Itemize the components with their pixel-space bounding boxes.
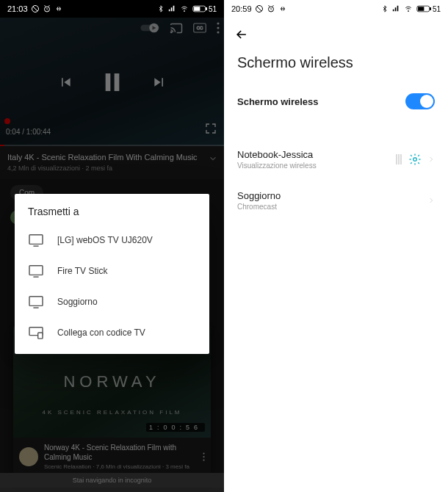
left-content: CC 0:04 / 1:00:44 Italy 4K - Scenic Rela… [0, 18, 224, 492]
battery-percent: 51 [209, 5, 217, 13]
signal-icon [167, 5, 176, 12]
device-name: Notebook-Jessica [237, 149, 395, 160]
tv-icon [28, 234, 44, 247]
toggle-label: Schermo wireless [237, 96, 405, 107]
bluetooth-icon [157, 4, 165, 13]
tv-icon [28, 264, 44, 278]
toggle-switch[interactable] [405, 93, 435, 109]
cast-target-label: Collega con codice TV [57, 328, 145, 338]
bluetooth-icon [381, 4, 389, 13]
signal-icon [391, 5, 400, 12]
alarm-icon [267, 4, 275, 13]
wireless-toggle-row[interactable]: Schermo wireless [224, 83, 448, 120]
cast-target-label: Fire TV Stick [57, 266, 107, 276]
alarm-icon [43, 4, 51, 13]
svg-point-2 [184, 11, 184, 12]
device-sub: Chromecast [237, 203, 427, 211]
battery-icon [416, 5, 431, 12]
battery-percent: 51 [433, 5, 441, 13]
wifi-icon [403, 5, 413, 12]
svg-rect-4 [206, 7, 207, 10]
cast-target-row[interactable]: Soggiorno [15, 286, 209, 317]
cast-target-row[interactable]: [LG] webOS TV UJ620V [15, 225, 209, 256]
tv-icon [28, 295, 44, 308]
page-title: Schermo wireless [224, 51, 448, 83]
svg-rect-28 [430, 7, 431, 10]
chevron-right-icon [427, 154, 435, 164]
cast-target-row[interactable]: Fire TV Stick [15, 256, 209, 286]
device-sub: Visualizzazione wireless [237, 162, 395, 170]
chevron-right-icon [427, 195, 435, 206]
dnd-icon [31, 4, 40, 13]
gear-icon[interactable] [408, 153, 422, 166]
status-bar-right: 20:59 51 [224, 0, 448, 18]
cast-target-row[interactable]: Collega con codice TV [15, 317, 209, 348]
device-name: Soggiorno [237, 190, 427, 201]
tv-code-icon [28, 326, 44, 339]
settings-header [224, 18, 448, 51]
link-icon [278, 4, 287, 13]
wifi-icon [179, 5, 189, 12]
settings-pane: 20:59 51 Schermo wireless Schermo wirele… [224, 0, 448, 492]
youtube-pane: 21:03 51 CC [0, 0, 224, 492]
bars-icon [395, 153, 402, 166]
svg-rect-23 [38, 333, 43, 339]
status-time: 20:59 [231, 4, 252, 13]
back-icon[interactable] [234, 27, 249, 42]
svg-rect-20 [29, 266, 43, 275]
dnd-icon [255, 4, 264, 13]
svg-rect-19 [29, 235, 43, 245]
svg-point-30 [413, 158, 417, 162]
device-row[interactable]: Notebook-Jessica Visualizzazione wireles… [224, 139, 448, 180]
svg-rect-5 [194, 7, 200, 11]
cast-target-label: Soggiorno [57, 297, 98, 307]
device-row[interactable]: Soggiorno Chromecast [224, 180, 448, 221]
svg-rect-21 [29, 297, 43, 306]
svg-point-26 [408, 11, 408, 12]
status-bar-left: 21:03 51 [0, 0, 224, 18]
svg-rect-29 [418, 7, 424, 11]
cast-target-label: [LG] webOS TV UJ620V [57, 235, 153, 245]
link-icon [54, 4, 63, 13]
status-time: 21:03 [7, 4, 28, 13]
modal-title: Trasmetti a [15, 206, 209, 225]
battery-icon [192, 5, 207, 12]
cast-modal: Trasmetti a [LG] webOS TV UJ620V Fire TV… [15, 194, 209, 354]
